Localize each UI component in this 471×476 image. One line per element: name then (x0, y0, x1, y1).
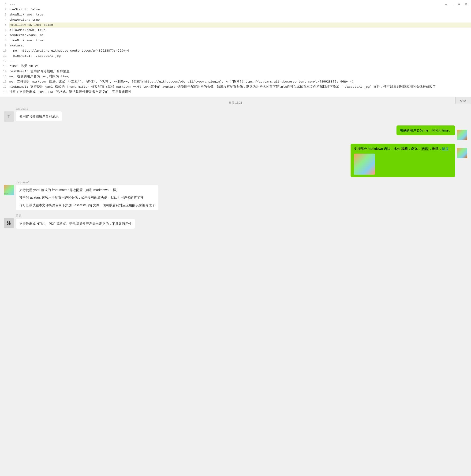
link[interactable]: 链接 (442, 147, 449, 151)
line-number: 9 (0, 43, 9, 48)
line-content: useStrict: false (9, 7, 471, 12)
message-username: 注意 (16, 214, 135, 218)
line-number: 11 (0, 53, 9, 59)
editor-panel: ✏ − ≡ ⧉ 1---2useStrict: false3showNickna… (0, 0, 471, 97)
line-number: 16 (0, 79, 9, 85)
message-username: nickname1 (16, 181, 158, 184)
code-line: 18注意：支持导出成 HTML、PDF 等格式。语法是插件开发者自定义的，不具备… (0, 90, 471, 95)
code-line: 15me: 右侧的用户名为 me，时间为 time。 (0, 74, 471, 79)
line-content: avatars: (9, 43, 471, 48)
code-line: 6allowMarkdown: true (0, 28, 471, 33)
chat-image (354, 153, 375, 175)
line-number: 2 (0, 7, 9, 12)
code-line: 2useStrict: false (0, 7, 471, 12)
message-body: nickname1 支持使用 yaml 格式的 front matter 修改配… (16, 181, 158, 210)
list-icon[interactable]: ≡ (457, 2, 462, 7)
chat-panel: chat 昨天 18:21 T testUser1 使用冒号分割用户名和消息 右… (0, 97, 471, 238)
message-body: testUser1 使用冒号分割用户名和消息 (16, 107, 62, 121)
para: 其中的 avatars 选项用于配置用户的头像，如果没有配置头像，默认为用户名的… (19, 195, 155, 200)
line-content: --- (9, 59, 471, 64)
chat-timestamp: 昨天 18:21 (0, 97, 471, 107)
line-content: notAllowShowTime: false (9, 22, 471, 28)
message-bubble: 使用冒号分割用户名和消息 (16, 111, 62, 121)
line-content[interactable]: time: 昨天 18:21 (9, 64, 471, 69)
line-number: 10 (0, 48, 9, 53)
line-content[interactable]: me: 右侧的用户名为 me，时间为 time。 (9, 74, 471, 79)
code-line: 7senderNickname: me (0, 33, 471, 38)
message-bubble: 支持部分 markdown 语法。比如 加粗，斜体，代码，删除，链接， (351, 144, 455, 177)
para: 支持使用 yaml 格式的 front matter 修改配置（就和 markd… (19, 187, 155, 192)
minus-icon[interactable]: − (450, 2, 455, 7)
message-bubble: 支持使用 yaml 格式的 front matter 修改配置（就和 markd… (16, 185, 158, 210)
para: 你可以试试在本文件所属目录下添加 ./assets/1.jpg 文件，便可以看到… (19, 203, 155, 208)
avatar (457, 148, 467, 158)
message-username: testUser1 (16, 107, 62, 110)
line-number: 4 (0, 17, 9, 22)
line-number: 6 (0, 28, 9, 33)
code-line: 4showAvatar: true (0, 17, 471, 22)
editor-toolbar: ✏ − ≡ ⧉ (444, 2, 468, 7)
message-row: 右侧的用户名为 me，时间为 time。 (4, 125, 467, 140)
line-content: showAvatar: true (9, 17, 471, 22)
code-line: 17nickname1: 支持使用 yaml 格式的 front matter … (0, 85, 471, 90)
line-number: 5 (0, 22, 9, 28)
line-number: 8 (0, 38, 9, 43)
avatar: T (4, 111, 14, 122)
line-content: senderNickname: me (9, 33, 471, 38)
line-content: --- (9, 2, 471, 7)
line-content[interactable]: testUser1: 使用冒号分割用户名和消息 (9, 69, 471, 74)
edit-icon[interactable]: ✏ (444, 2, 449, 7)
code-line: 12--- (0, 59, 471, 64)
avatar-img: nick (4, 185, 14, 195)
code-line: 14testUser1: 使用冒号分割用户名和消息 (0, 69, 471, 74)
line-number: 7 (0, 33, 9, 38)
line-number: 1 (0, 2, 9, 7)
line-number: 18 (0, 90, 9, 95)
code-line: 13time: 昨天 18:21 (0, 64, 471, 69)
line-content[interactable]: nickname1: 支持使用 yaml 格式的 front matter 修改… (9, 85, 471, 90)
code-line: 1--- (0, 2, 471, 7)
line-number: 12 (0, 59, 9, 64)
message-bubble: 支持导出成 HTML、PDF 等格式。语法是插件开发者自定义的，不具备通用性 (16, 219, 135, 229)
line-number: 13 (0, 64, 9, 69)
code-line: 16me: 支持部分 markdown 语法。比如 **加粗**, *斜体*, … (0, 79, 471, 85)
note-avatar: 注 (4, 218, 14, 228)
message-body: 右侧的用户名为 me，时间为 time。 (396, 125, 455, 135)
avatar (457, 130, 467, 140)
message-body: 支持部分 markdown 语法。比如 加粗，斜体，代码，删除，链接， (351, 144, 455, 177)
code-line: 8timeNickname: time (0, 38, 471, 43)
message-body: 注意 支持导出成 HTML、PDF 等格式。语法是插件开发者自定义的，不具备通用… (16, 214, 135, 229)
code-line: 3showNickname: true (0, 12, 471, 17)
line-content[interactable]: me: 支持部分 markdown 语法。比如 **加粗**, *斜体*, `代… (9, 79, 471, 85)
line-number: 15 (0, 74, 9, 79)
message-bubble: 右侧的用户名为 me，时间为 time。 (396, 125, 455, 135)
line-number: 14 (0, 69, 9, 74)
line-content: showNickname: true (9, 12, 471, 17)
line-number: 17 (0, 85, 9, 90)
line-content[interactable]: 注意：支持导出成 HTML、PDF 等格式。语法是插件开发者自定义的，不具备通用… (9, 90, 471, 95)
line-content: timeNickname: time (9, 38, 471, 43)
message-row: 注 注意 支持导出成 HTML、PDF 等格式。语法是插件开发者自定义的，不具备… (4, 214, 467, 229)
message-row: 支持部分 markdown 语法。比如 加粗，斜体，代码，删除，链接， (4, 144, 467, 177)
chat-messages: T testUser1 使用冒号分割用户名和消息 右侧的用户名为 me，时间为 … (0, 107, 471, 229)
copy-icon[interactable]: ⧉ (464, 2, 468, 7)
code-line: 5notAllowShowTime: false (0, 22, 471, 28)
code-line: 10 me: https://avatars.githubusercontent… (0, 48, 471, 53)
code-line: 11 nickname1: ./assets/1.jpg (0, 53, 471, 59)
line-content: nickname1: ./assets/1.jpg (9, 53, 471, 59)
message-row: T testUser1 使用冒号分割用户名和消息 (4, 107, 467, 122)
line-content: me: https://avatars.githubusercontent.co… (9, 48, 471, 53)
message-row: nick nickname1 支持使用 yaml 格式的 front matte… (4, 181, 467, 210)
chat-tab[interactable]: chat (455, 97, 471, 104)
line-number: 3 (0, 12, 9, 17)
code-line: 9avatars: (0, 43, 471, 48)
line-content: allowMarkdown: true (9, 28, 471, 33)
code-lines: 1---2useStrict: false3showNickname: true… (0, 0, 471, 97)
